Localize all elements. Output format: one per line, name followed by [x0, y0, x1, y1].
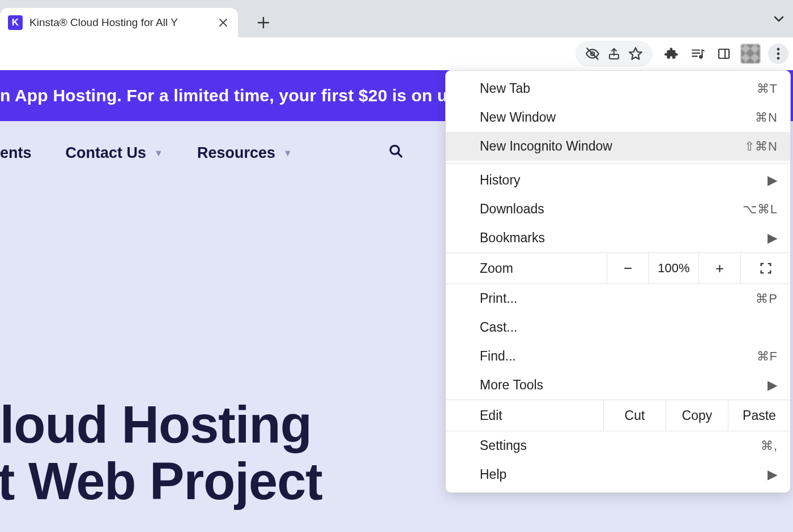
menu-item-label: New Incognito Window: [480, 139, 612, 154]
svg-point-12: [777, 57, 780, 59]
menu-downloads[interactable]: Downloads ⌥⌘L: [446, 195, 790, 224]
svg-line-14: [398, 153, 402, 157]
menu-item-label: Help: [480, 467, 506, 482]
new-tab-button[interactable]: [250, 10, 276, 36]
svg-rect-8: [719, 49, 729, 58]
tab-favicon: K: [8, 15, 23, 30]
nav-item-label: Contact Us: [66, 144, 147, 162]
extensions-icon[interactable]: [663, 45, 681, 63]
browser-toolbar: [0, 37, 793, 70]
chevron-right-icon: ▶: [768, 377, 778, 393]
menu-settings[interactable]: Settings ⌘,: [446, 431, 790, 460]
menu-separator: [446, 163, 790, 164]
hero-heading: st Cloud Hosting Next Web Project: [0, 397, 322, 509]
nav-item-resources[interactable]: Resources ▼: [197, 144, 292, 162]
edit-paste-button[interactable]: Paste: [728, 400, 790, 431]
chevron-right-icon: ▶: [768, 230, 778, 246]
zoom-in-button[interactable]: +: [698, 253, 740, 284]
chevron-down-icon: ▼: [154, 148, 163, 158]
tab-title: Kinsta® Cloud Hosting for All Y: [29, 16, 211, 29]
svg-point-7: [700, 55, 702, 58]
panel-icon[interactable]: [715, 45, 733, 63]
share-icon[interactable]: [605, 45, 623, 63]
menu-new-incognito[interactable]: New Incognito Window ⇧⌘N: [446, 132, 790, 161]
menu-print[interactable]: Print... ⌘P: [446, 284, 790, 313]
menu-item-shortcut: ⇧⌘N: [744, 139, 778, 154]
tabs-dropdown-icon[interactable]: [773, 12, 785, 27]
menu-item-label: More Tools: [480, 377, 543, 393]
chevron-down-icon: ▼: [283, 148, 292, 158]
menu-find[interactable]: Find... ⌘F: [446, 342, 790, 371]
hero-line-2: Next Web Project: [0, 453, 322, 509]
menu-item-label: Cast...: [480, 320, 517, 335]
zoom-out-button[interactable]: −: [607, 253, 649, 284]
menu-item-shortcut: ⌘P: [756, 291, 778, 306]
menu-item-label: Downloads: [480, 201, 544, 217]
menu-history[interactable]: History ▶: [446, 166, 790, 195]
menu-item-shortcut: ⌘,: [761, 439, 778, 453]
menu-new-window[interactable]: New Window ⌘N: [446, 103, 790, 132]
nav-item-label: Resources: [197, 144, 275, 162]
menu-item-label: Bookmarks: [480, 230, 545, 246]
chevron-right-icon: ▶: [768, 173, 778, 188]
menu-zoom-label: Zoom: [446, 253, 607, 284]
menu-item-label: New Tab: [480, 81, 530, 96]
omnibox-actions: [575, 41, 653, 67]
extensions-area: [663, 44, 788, 64]
svg-point-11: [777, 52, 780, 55]
eye-off-icon[interactable]: [583, 45, 602, 63]
music-list-icon[interactable]: [689, 45, 707, 63]
menu-help[interactable]: Help ▶: [446, 460, 790, 489]
edit-cut-button[interactable]: Cut: [603, 400, 666, 431]
menu-edit-row: Edit Cut Copy Paste: [446, 400, 790, 431]
zoom-value: 100%: [649, 253, 698, 284]
hero-line-1: st Cloud Hosting: [0, 397, 322, 453]
close-tab-icon[interactable]: [218, 17, 229, 28]
app-menu-button[interactable]: [768, 44, 788, 64]
menu-item-label: History: [480, 173, 521, 188]
nav-item-label: ents: [0, 144, 32, 162]
menu-more-tools[interactable]: More Tools ▶: [446, 371, 790, 400]
menu-item-label: Print...: [480, 291, 517, 306]
fullscreen-button[interactable]: [740, 253, 790, 284]
edit-copy-button[interactable]: Copy: [666, 400, 728, 431]
profile-avatar[interactable]: [741, 44, 760, 63]
nav-item-partial[interactable]: ents: [0, 144, 32, 162]
menu-bookmarks[interactable]: Bookmarks ▶: [446, 224, 790, 252]
chevron-right-icon: ▶: [768, 467, 778, 482]
nav-item-contact[interactable]: Contact Us ▼: [66, 144, 163, 162]
app-menu: New Tab ⌘T New Window ⌘N New Incognito W…: [445, 70, 791, 493]
menu-item-label: New Window: [480, 110, 556, 125]
search-icon[interactable]: [389, 144, 403, 162]
menu-edit-label: Edit: [446, 400, 603, 431]
svg-point-10: [777, 48, 780, 50]
menu-item-shortcut: ⌘F: [757, 349, 778, 364]
menu-cast[interactable]: Cast...: [446, 313, 790, 342]
menu-new-tab[interactable]: New Tab ⌘T: [446, 74, 790, 103]
menu-item-label: Find...: [480, 349, 516, 364]
menu-zoom-row: Zoom − 100% +: [446, 252, 790, 284]
browser-tab[interactable]: K Kinsta® Cloud Hosting for All Y: [0, 8, 238, 37]
favicon-letter: K: [12, 17, 19, 28]
menu-item-shortcut: ⌘N: [755, 110, 778, 125]
tab-strip: K Kinsta® Cloud Hosting for All Y: [0, 0, 793, 37]
bookmark-star-icon[interactable]: [626, 45, 645, 63]
svg-marker-3: [629, 48, 642, 59]
menu-item-shortcut: ⌥⌘L: [743, 202, 778, 217]
menu-item-label: Settings: [480, 438, 527, 453]
menu-item-shortcut: ⌘T: [757, 81, 778, 96]
